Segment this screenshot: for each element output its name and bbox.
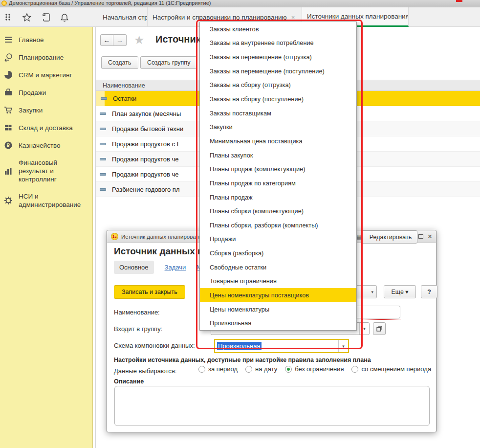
description-label: Описание	[114, 378, 144, 385]
main-menu-icon[interactable]	[5, 13, 12, 21]
help-button[interactable]: ?	[421, 285, 437, 298]
item-dash-icon	[100, 188, 106, 191]
radio-icon	[245, 366, 252, 373]
history-nav: ← →	[100, 34, 127, 46]
data-select-radio-group: за период на дату без ограничения со сме…	[198, 365, 431, 373]
item-dash-icon	[101, 97, 107, 100]
section-sidebar: Главное Планирование CRM и маркетинг Про…	[0, 27, 93, 448]
dropdown-item[interactable]: Заказы на перемещение (поступление)	[200, 64, 356, 78]
dropdown-item[interactable]: Закупки	[200, 120, 356, 134]
close-dialog-icon[interactable]: ×	[428, 233, 432, 240]
schema-selected-value: Произвольная	[217, 342, 262, 350]
more-button[interactable]: Еще ▾	[384, 285, 416, 298]
dialog-1c-icon: 1с	[111, 233, 118, 240]
application-window: Демонстрационная база / Управление торго…	[0, 0, 480, 448]
sidebar-item-finance[interactable]: Финансовый результат и контроллинг	[0, 154, 92, 188]
description-textarea[interactable]	[114, 386, 430, 426]
create-button[interactable]: Создать	[101, 56, 138, 69]
sidebar-item-admin[interactable]: НСИ и администрирование	[0, 188, 92, 213]
radio-option[interactable]: на дату	[245, 365, 277, 373]
settings-section-header: Настройки источника данных, доступные пр…	[114, 357, 371, 363]
briefcase-icon	[4, 88, 13, 97]
window-title: Демонстрационная база / Управление торго…	[9, 0, 211, 6]
item-dash-icon	[100, 112, 106, 115]
gear-icon	[4, 196, 13, 205]
save-and-close-button[interactable]: Записать и закрыть	[114, 285, 185, 299]
history-icon[interactable]	[42, 13, 50, 22]
chevron-down-icon[interactable]: ▾	[338, 340, 348, 352]
tab-home[interactable]: Начальная страница	[94, 7, 148, 27]
dropdown-item[interactable]: Планы закупок	[200, 148, 356, 162]
dropdown-item[interactable]: Заказы на сборку (поступление)	[200, 92, 356, 106]
dropdown-item[interactable]: Планы сборки (комплектующие)	[200, 204, 356, 218]
svg-text:₽: ₽	[7, 143, 10, 148]
open-group-button[interactable]	[373, 322, 386, 335]
radio-icon	[351, 366, 358, 373]
sidebar-item-planning[interactable]: Планирование	[0, 48, 92, 66]
dropdown-item[interactable]: Заказы клиентов	[200, 22, 356, 36]
back-button[interactable]: ←	[100, 34, 113, 46]
tab-close-icon[interactable]: ×	[291, 14, 295, 21]
dropdown-item[interactable]: Сборка (разборка)	[200, 246, 356, 260]
edit-schema-button[interactable]: Редактировать	[361, 230, 417, 244]
radio-option[interactable]: за период	[198, 365, 238, 373]
bar-chart-icon	[4, 167, 13, 176]
sidebar-item-crm[interactable]: CRM и маркетинг	[0, 66, 92, 84]
radio-icon	[285, 366, 292, 373]
menu-icon	[4, 35, 13, 44]
sidebar-item-purchases[interactable]: Закупки	[0, 101, 92, 119]
forward-button[interactable]: →	[113, 34, 127, 46]
planning-icon	[4, 53, 13, 62]
pie-chart-icon	[4, 70, 13, 79]
open-in-window-icon	[376, 326, 382, 332]
window-close-button[interactable]	[456, 0, 462, 2]
dropdown-item[interactable]: Цены номенклатуры	[200, 302, 356, 316]
dropdown-item[interactable]: Продажи	[200, 232, 356, 246]
app-1c-icon	[1, 0, 7, 6]
radio-option[interactable]: со смещением периода	[351, 365, 431, 373]
window-titlebar: Демонстрационная база / Управление торго…	[0, 0, 480, 7]
dropdown-item[interactable]: Минимальная цена поставщика	[200, 134, 356, 148]
schema-field-label: Схема компоновки данных:	[114, 342, 195, 349]
item-dash-icon	[100, 128, 106, 130]
service-toolbar	[0, 7, 68, 27]
boxes-grid-icon	[4, 123, 13, 132]
radio-option[interactable]: без ограничения	[285, 365, 344, 373]
dropdown-item[interactable]: Заказы на сборку (отгрузка)	[200, 78, 356, 92]
dialog-tab-tasks[interactable]: Задачи	[165, 264, 186, 271]
sidebar-item-main[interactable]: Главное	[0, 31, 92, 48]
tab-home-label: Начальная страница	[103, 14, 148, 21]
name-field-label: Наименование:	[114, 309, 160, 316]
item-dash-icon	[100, 173, 106, 176]
restore-window-icon[interactable]	[418, 234, 423, 239]
dropdown-item[interactable]: Свободные остатки	[200, 260, 356, 274]
dropdown-item[interactable]: Планы продаж (комплектующие)	[200, 162, 356, 176]
sidebar-item-treasury[interactable]: ₽ Казначейство	[0, 136, 92, 154]
dropdown-item[interactable]: Заказы поставщикам	[200, 106, 356, 120]
item-dash-icon	[100, 158, 106, 160]
dropdown-item[interactable]: Заказы на внутреннее потребление	[200, 36, 356, 50]
dropdown-item[interactable]: Произвольная	[200, 316, 356, 330]
favorite-star-icon[interactable]: ★	[134, 33, 145, 47]
ruble-coin-icon: ₽	[4, 141, 13, 150]
sidebar-item-sales[interactable]: Продажи	[0, 84, 92, 101]
dialog-tab-main[interactable]: Основное	[114, 261, 154, 274]
dropdown-item[interactable]: Планы продаж по категориям	[200, 176, 356, 190]
favorites-star-icon[interactable]	[22, 13, 31, 22]
dropdown-item[interactable]: Планы продаж	[200, 190, 356, 204]
data-select-label: Данные выбираются:	[114, 367, 176, 375]
radio-icon	[198, 366, 205, 373]
cart-icon	[4, 106, 13, 114]
dropdown-item[interactable]: Цены номенклатуры поставщиков	[200, 288, 356, 302]
dropdown-item[interactable]: Планы сборки, разборки (комплекты)	[200, 218, 356, 232]
chevron-down-icon[interactable]: ▾	[359, 323, 369, 335]
notifications-bell-icon[interactable]	[61, 13, 68, 22]
item-dash-icon	[100, 143, 106, 145]
schema-dropdown-list: Заказы клиентов Заказы на внутреннее пот…	[199, 22, 357, 331]
group-field-label: Входит в группу:	[114, 325, 162, 333]
create-group-button[interactable]: Создать группу	[140, 56, 197, 69]
sidebar-item-warehouse[interactable]: Склад и доставка	[0, 119, 92, 136]
dropdown-item[interactable]: Заказы на перемещение (отгрузка)	[200, 50, 356, 64]
schema-combobox[interactable]: Произвольная ▾	[214, 339, 349, 353]
dropdown-item[interactable]: Товарные ограничения	[200, 274, 356, 289]
